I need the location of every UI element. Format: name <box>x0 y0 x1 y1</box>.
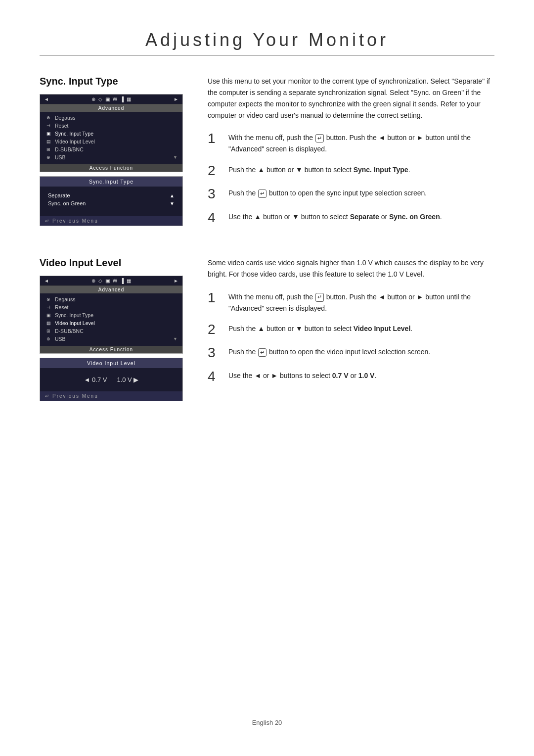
video-level-display: ◄ 0.7 V 1.0 V ▶ <box>40 368 182 391</box>
video-prev-menu-icon: ↵ <box>45 393 49 399</box>
video-osd-submenu: Video Input Level ◄ 0.7 V 1.0 V ▶ ↵ Prev… <box>40 358 183 401</box>
video-osd-label-reset: Reset <box>55 304 68 310</box>
video-submenu-title: Video Input Level <box>40 358 182 368</box>
video-step-1: 1 With the menu off, push the ↵ button. … <box>208 289 494 314</box>
video-icon-brightness: ◇ <box>98 278 102 284</box>
video-icon-image: ▣ <box>105 278 110 284</box>
osd-icons: ⊕ ◇ ▣ W ▐ ▦ <box>91 96 132 102</box>
osd-label-reset: Reset <box>55 123 68 129</box>
sync-intro: Use this menu to set your monitor to the… <box>208 76 494 121</box>
prev-menu-icon: ↵ <box>45 218 49 224</box>
video-osd-icon-degauss: ⊗ <box>45 297 52 302</box>
sync-step-2-text: Push the ▲ button or ▼ button to select … <box>228 162 410 179</box>
video-step-1-num: 1 <box>208 289 222 314</box>
osd-item-sync: ▣ Sync. Input Type <box>40 130 182 138</box>
video-enter-icon-2: ↵ <box>258 348 267 357</box>
page-footer: English 20 <box>0 719 534 726</box>
video-section-right: Some video cards use video signals highe… <box>208 257 494 401</box>
osd-arrow-left: ◄ <box>44 96 49 102</box>
video-prev-menu-label: Previous Menu <box>52 393 98 399</box>
osd-item-video: ▤ Video Input Level <box>40 138 182 145</box>
video-heading: Video Input Level <box>40 257 188 269</box>
video-icon-grid: ▦ <box>127 278 131 284</box>
video-osd-label-video: Video Input Level <box>55 320 95 326</box>
video-osd-label-dsub: D-SUB/BNC <box>55 328 84 334</box>
video-osd-item-sync: ▣ Sync. Input Type <box>40 311 182 319</box>
osd-icon-dsub: ⊞ <box>45 147 52 152</box>
video-icon-home: ⊕ <box>91 278 95 284</box>
video-osd-item-dsub: ⊞ D-SUB/BNC <box>40 327 182 335</box>
osd-item-degauss: ⊗ Degauss <box>40 114 182 122</box>
osd-label-sync: Sync. Input Type <box>55 131 93 137</box>
video-osd-scroll: ▼ <box>173 336 178 341</box>
sync-steps: 1 With the menu off, push the ↵ button. … <box>208 130 494 226</box>
osd-advanced-label: Advanced <box>40 104 182 112</box>
sync-option-green: Sync. on Green ▼ <box>48 199 175 207</box>
sync-step-3-num: 3 <box>208 186 222 202</box>
video-osd-icon-video: ▤ <box>45 321 52 326</box>
video-step-2: 2 Push the ▲ button or ▼ button to selec… <box>208 321 494 338</box>
video-steps: 1 With the menu off, push the ↵ button. … <box>208 289 494 385</box>
video-prev-menu: ↵ Previous Menu <box>40 391 182 401</box>
video-step-3: 3 Push the ↵ button to open the video in… <box>208 344 494 361</box>
sync-option-green-label: Sync. on Green <box>48 200 86 206</box>
sync-section: Sync. Input Type ◄ ⊕ ◇ ▣ W ▐ ▦ ► Advance… <box>40 76 494 233</box>
video-osd-arrow-left: ◄ <box>44 278 49 284</box>
osd-icon-reset: ⊣ <box>45 123 52 128</box>
video-section-left: Video Input Level ◄ ⊕ ◇ ▣ W ▐ ▦ ► Advanc… <box>40 257 188 401</box>
video-enter-icon-1: ↵ <box>315 293 324 301</box>
video-step-4: 4 Use the ◄ or ► buttons to select 0.7 V… <box>208 368 494 385</box>
osd-label-degauss: Degauss <box>55 115 75 121</box>
osd-item-dsub: ⊞ D-SUB/BNC <box>40 145 182 153</box>
icon-brightness: ◇ <box>98 96 102 102</box>
osd-icon-sync: ▣ <box>45 131 52 136</box>
osd-menu-wrapper: ⊗ Degauss ⊣ Reset ▣ Sync. Input Type ▤ <box>40 112 182 163</box>
sync-arrow-down: ▼ <box>170 201 175 206</box>
osd-icon-video: ▤ <box>45 139 52 144</box>
video-osd-menu-items: ⊗ Degauss ⊣ Reset ▣ Sync. Input Type ▤ V… <box>40 293 182 345</box>
osd-label-dsub: D-SUB/BNC <box>55 146 84 152</box>
sync-submenu-title: Sync.Input Type <box>40 177 182 187</box>
icon-grid: ▦ <box>127 96 131 102</box>
sync-step-3: 3 Push the ↵ button to open the sync inp… <box>208 186 494 202</box>
osd-label-usb: USB <box>55 154 66 160</box>
video-level-left: ◄ 0.7 V <box>84 376 107 383</box>
video-intro: Some video cards use video signals highe… <box>208 257 494 280</box>
video-osd-icons: ⊕ ◇ ▣ W ▐ ▦ <box>91 278 132 284</box>
video-osd-icon-reset: ⊣ <box>45 305 52 310</box>
icon-w: W <box>113 96 117 102</box>
enter-button-icon-2: ↵ <box>258 189 267 198</box>
video-osd-icon-usb: ⊕ <box>45 336 52 341</box>
page: Adjusting Your Monitor Sync. Input Type … <box>0 0 534 756</box>
video-step-2-text: Push the ▲ button or ▼ button to select … <box>228 321 412 338</box>
sync-section-left: Sync. Input Type ◄ ⊕ ◇ ▣ W ▐ ▦ ► Advance… <box>40 76 188 233</box>
osd-arrow-right: ► <box>174 96 178 102</box>
sync-step-2-num: 2 <box>208 162 222 179</box>
video-step-4-text: Use the ◄ or ► buttons to select 0.7 V o… <box>228 368 376 385</box>
video-section: Video Input Level ◄ ⊕ ◇ ▣ W ▐ ▦ ► Advanc… <box>40 257 494 401</box>
sync-step-1-text: With the menu off, push the ↵ button. Pu… <box>228 130 494 155</box>
page-title: Adjusting Your Monitor <box>40 30 494 56</box>
sync-option-separate: Separate ▲ <box>48 191 175 199</box>
osd-item-usb: ⊕ USB ▼ <box>40 153 182 161</box>
sync-arrow-up: ▲ <box>170 193 175 198</box>
video-osd-topbar: ◄ ⊕ ◇ ▣ W ▐ ▦ ► <box>40 276 182 286</box>
sync-osd-submenu: Sync.Input Type Separate ▲ Sync. on Gree… <box>40 176 183 226</box>
osd-icon-usb: ⊕ <box>45 155 52 160</box>
osd-topbar: ◄ ⊕ ◇ ▣ W ▐ ▦ ► <box>40 94 182 104</box>
sync-prev-menu: ↵ Previous Menu <box>40 216 182 226</box>
video-step-1-text: With the menu off, push the ↵ button. Pu… <box>228 289 494 314</box>
video-osd-arrow-right: ► <box>174 278 178 284</box>
video-osd-item-usb: ⊕ USB ▼ <box>40 335 182 343</box>
sync-step-4-num: 4 <box>208 209 222 226</box>
video-osd-label-degauss: Degauss <box>55 296 75 302</box>
osd-item-reset: ⊣ Reset <box>40 122 182 130</box>
video-step-2-num: 2 <box>208 321 222 338</box>
video-step-3-num: 3 <box>208 344 222 361</box>
sync-section-right: Use this menu to set your monitor to the… <box>208 76 494 233</box>
icon-image: ▣ <box>105 96 110 102</box>
sync-osd-main: ◄ ⊕ ◇ ▣ W ▐ ▦ ► Advanced ⊗ <box>40 94 183 172</box>
video-osd-access-bar: Access Function <box>40 346 182 353</box>
sync-step-1: 1 With the menu off, push the ↵ button. … <box>208 130 494 155</box>
video-icon-monitor: ▐ <box>120 278 124 284</box>
